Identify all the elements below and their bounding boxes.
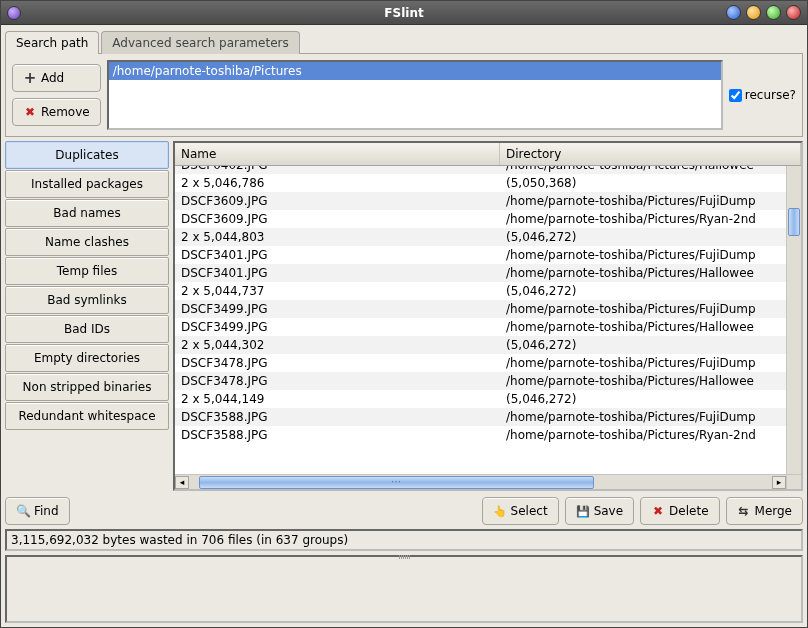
scroll-left-icon[interactable]: ◂	[175, 476, 189, 489]
save-button[interactable]: Save	[565, 497, 634, 525]
table-row[interactable]: DSCF3588.JPG/home/parnote-toshiba/Pictur…	[175, 408, 786, 426]
table-row[interactable]: 2 x 5,044,302(5,046,272)	[175, 336, 786, 354]
vertical-scrollbar[interactable]	[786, 166, 801, 474]
recurse-checkbox[interactable]: recurse?	[729, 88, 796, 102]
delete-icon	[651, 504, 665, 518]
sidebar-item-installed-packages[interactable]: Installed packages	[5, 170, 169, 198]
sidebar-item-temp-files[interactable]: Temp files	[5, 257, 169, 285]
table-row[interactable]: 2 x 5,044,803(5,046,272)	[175, 228, 786, 246]
find-button[interactable]: Find	[5, 497, 70, 525]
scroll-right-icon[interactable]: ▸	[772, 476, 786, 489]
table-row[interactable]: DSCF3588.JPG/home/parnote-toshiba/Pictur…	[175, 426, 786, 444]
tab-search-path[interactable]: Search path	[5, 31, 99, 54]
merge-icon	[737, 504, 751, 518]
cell-directory: (5,046,272)	[500, 230, 786, 244]
extra-pane	[5, 555, 803, 623]
table-row[interactable]: DSCF3478.JPG/home/parnote-toshiba/Pictur…	[175, 372, 786, 390]
table-row[interactable]: DSCF3401.JPG/home/parnote-toshiba/Pictur…	[175, 246, 786, 264]
sidebar-item-empty-directories[interactable]: Empty directories	[5, 344, 169, 372]
x-icon	[23, 105, 37, 119]
cell-directory: (5,050,368)	[500, 176, 786, 190]
path-list[interactable]: /home/parnote-toshiba/Pictures	[107, 60, 723, 130]
recurse-label: recurse?	[745, 88, 796, 102]
delete-button[interactable]: Delete	[640, 497, 719, 525]
sidebar-item-bad-names[interactable]: Bad names	[5, 199, 169, 227]
cell-name: DSCF3499.JPG	[175, 302, 500, 316]
action-bar: Find Select Save Delete Merge	[5, 497, 803, 525]
save-button-label: Save	[594, 504, 623, 518]
cell-name: 2 x 5,046,786	[175, 176, 500, 190]
column-directory[interactable]: Directory	[500, 143, 801, 165]
cell-name: 2 x 5,044,302	[175, 338, 500, 352]
titlebar[interactable]: FSlint	[1, 1, 807, 25]
cell-name: DSCF3499.JPG	[175, 320, 500, 334]
app-icon	[7, 6, 21, 20]
main-area: Duplicates Installed packages Bad names …	[5, 141, 803, 491]
cell-directory: /home/parnote-toshiba/Pictures/Ryan-2nd	[500, 428, 786, 442]
tabs: Search path Advanced search parameters	[5, 27, 803, 53]
remove-button[interactable]: Remove	[12, 98, 101, 126]
cell-directory: /home/parnote-toshiba/Pictures/FujiDump	[500, 410, 786, 424]
table-row[interactable]: 2 x 5,044,149(5,046,272)	[175, 390, 786, 408]
pointer-icon	[493, 504, 507, 518]
cell-name: 2 x 5,044,737	[175, 284, 500, 298]
cell-directory: (5,046,272)	[500, 284, 786, 298]
vertical-scroll-thumb[interactable]	[788, 208, 800, 236]
cell-directory: /home/parnote-toshiba/Pictures/Ryan-2nd	[500, 212, 786, 226]
table-header: Name Directory	[175, 143, 801, 166]
add-button[interactable]: Add	[12, 64, 101, 92]
window-button-3[interactable]	[766, 5, 781, 20]
cell-directory: /home/parnote-toshiba/Pictures/Hallowee	[500, 374, 786, 388]
horizontal-scroll-thumb[interactable]: ···	[199, 476, 594, 489]
app-window: FSlint Search path Advanced search param…	[0, 0, 808, 628]
sidebar-item-non-stripped-binaries[interactable]: Non stripped binaries	[5, 373, 169, 401]
window-button-1[interactable]	[726, 5, 741, 20]
table-row[interactable]: 2 x 5,044,737(5,046,272)	[175, 282, 786, 300]
select-button-label: Select	[511, 504, 548, 518]
sidebar-item-bad-symlinks[interactable]: Bad symlinks	[5, 286, 169, 314]
status-bar: 3,115,692,032 bytes wasted in 706 files …	[5, 529, 803, 551]
sidebar-item-bad-ids[interactable]: Bad IDs	[5, 315, 169, 343]
window-button-2[interactable]	[746, 5, 761, 20]
path-item[interactable]: /home/parnote-toshiba/Pictures	[109, 62, 721, 80]
cell-directory: /home/parnote-toshiba/Pictures/Hallowee	[500, 166, 786, 172]
table-row[interactable]: DSCF3609.JPG/home/parnote-toshiba/Pictur…	[175, 210, 786, 228]
cell-directory: (5,046,272)	[500, 338, 786, 352]
cell-name: DSCF3478.JPG	[175, 374, 500, 388]
table-row[interactable]: DSCF3609.JPG/home/parnote-toshiba/Pictur…	[175, 192, 786, 210]
recurse-input[interactable]	[729, 89, 742, 102]
find-button-label: Find	[34, 504, 59, 518]
cell-name: DSCF3588.JPG	[175, 428, 500, 442]
cell-directory: /home/parnote-toshiba/Pictures/FujiDump	[500, 356, 786, 370]
table-row[interactable]: DSCF3401.JPG/home/parnote-toshiba/Pictur…	[175, 264, 786, 282]
table-row[interactable]: DSCF0402.JPG/home/parnote-toshiba/Pictur…	[175, 166, 786, 174]
select-button[interactable]: Select	[482, 497, 559, 525]
table-row[interactable]: DSCF3478.JPG/home/parnote-toshiba/Pictur…	[175, 354, 786, 372]
tab-advanced[interactable]: Advanced search parameters	[101, 31, 299, 54]
delete-button-label: Delete	[669, 504, 708, 518]
pane-grip[interactable]	[384, 555, 424, 559]
table-row[interactable]: DSCF3499.JPG/home/parnote-toshiba/Pictur…	[175, 318, 786, 336]
search-path-panel: Add Remove /home/parnote-toshiba/Picture…	[5, 53, 803, 137]
sidebar-item-redundant-whitespace[interactable]: Redundant whitespace	[5, 402, 169, 430]
table-row[interactable]: 2 x 5,046,786(5,050,368)	[175, 174, 786, 192]
cell-name: DSCF3609.JPG	[175, 212, 500, 226]
merge-button-label: Merge	[755, 504, 792, 518]
cell-directory: (5,046,272)	[500, 392, 786, 406]
cell-directory: /home/parnote-toshiba/Pictures/Hallowee	[500, 266, 786, 280]
merge-button[interactable]: Merge	[726, 497, 803, 525]
table-row[interactable]: DSCF3499.JPG/home/parnote-toshiba/Pictur…	[175, 300, 786, 318]
window-close-button[interactable]	[786, 5, 801, 20]
cell-name: DSCF0402.JPG	[175, 166, 500, 172]
sidebar-item-name-clashes[interactable]: Name clashes	[5, 228, 169, 256]
client-area: Search path Advanced search parameters A…	[1, 25, 807, 627]
cell-name: DSCF3609.JPG	[175, 194, 500, 208]
cell-directory: /home/parnote-toshiba/Pictures/FujiDump	[500, 248, 786, 262]
cell-name: DSCF3478.JPG	[175, 356, 500, 370]
scroll-corner	[786, 474, 801, 489]
cell-name: DSCF3401.JPG	[175, 248, 500, 262]
sidebar-item-duplicates[interactable]: Duplicates	[5, 141, 169, 169]
horizontal-scrollbar[interactable]: ◂ ··· ▸	[175, 474, 786, 489]
column-name[interactable]: Name	[175, 143, 500, 165]
table-rows[interactable]: DSCF0402.JPG/home/parnote-toshiba/Pictur…	[175, 166, 786, 474]
